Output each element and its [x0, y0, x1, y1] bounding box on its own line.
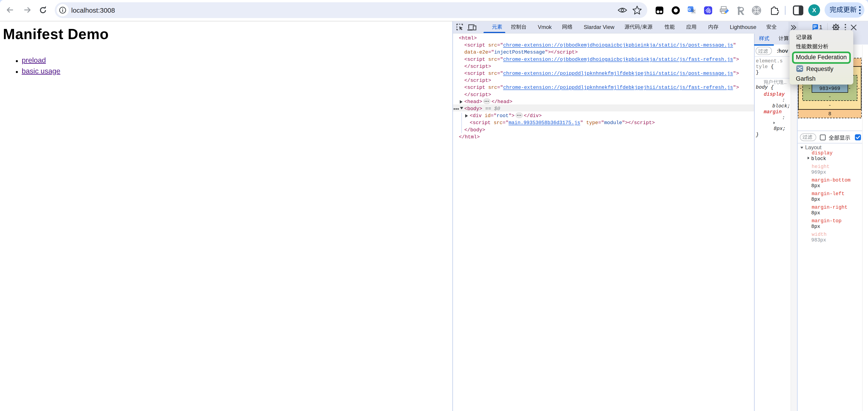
svg-text:-: -	[857, 86, 860, 91]
svg-text:983×969: 983×969	[819, 86, 840, 92]
svg-text:-: -	[828, 94, 831, 100]
svg-text:-: -	[848, 86, 851, 91]
svg-text:-: -	[828, 103, 831, 108]
svg-text:8: 8	[828, 111, 831, 117]
svg-text:-: -	[799, 86, 802, 91]
svg-text:G: G	[688, 7, 691, 11]
svg-text:-: -	[808, 86, 811, 91]
